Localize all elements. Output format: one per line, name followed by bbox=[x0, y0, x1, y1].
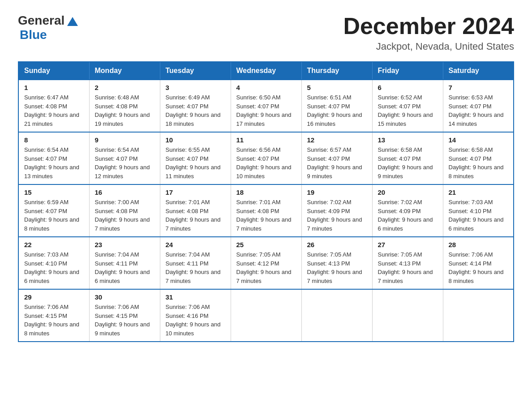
sunrise-label: Sunrise: bbox=[95, 94, 118, 101]
sunset-value: 4:07 PM bbox=[116, 155, 137, 162]
sunrise-value: 7:05 AM bbox=[330, 251, 352, 258]
daylight-label: Daylight: bbox=[236, 111, 261, 118]
weekday-header-saturday: Saturday bbox=[443, 62, 514, 80]
day-number: 7 bbox=[449, 84, 508, 91]
day-number: 29 bbox=[24, 293, 84, 301]
sunset-label: Sunset: bbox=[378, 103, 399, 110]
sunset-label: Sunset: bbox=[95, 260, 116, 267]
sunset-value: 4:13 PM bbox=[399, 260, 420, 267]
day-info: Sunrise: 6:58 AM Sunset: 4:07 PM Dayligh… bbox=[449, 146, 508, 180]
day-number: 21 bbox=[449, 188, 508, 196]
day-info: Sunrise: 7:06 AM Sunset: 4:15 PM Dayligh… bbox=[95, 303, 154, 338]
daylight-label: Daylight: bbox=[236, 164, 261, 171]
sunset-value: 4:07 PM bbox=[46, 208, 67, 214]
sunrise-value: 6:51 AM bbox=[330, 94, 352, 101]
sunrise-value: 6:58 AM bbox=[401, 146, 422, 153]
daylight-label: Daylight: bbox=[166, 321, 190, 328]
sunrise-label: Sunrise: bbox=[166, 146, 189, 153]
logo: General Blue bbox=[18, 13, 78, 42]
sunrise-label: Sunrise: bbox=[378, 146, 401, 153]
sunrise-label: Sunrise: bbox=[236, 146, 259, 153]
sunrise-value: 7:02 AM bbox=[401, 199, 422, 206]
sunrise-label: Sunrise: bbox=[449, 146, 472, 153]
sunset-label: Sunset: bbox=[307, 260, 329, 267]
sunrise-value: 6:52 AM bbox=[401, 94, 422, 101]
sunset-label: Sunset: bbox=[449, 103, 470, 110]
day-number: 3 bbox=[166, 84, 225, 91]
day-info: Sunrise: 7:02 AM Sunset: 4:09 PM Dayligh… bbox=[307, 198, 367, 233]
sunset-value: 4:07 PM bbox=[328, 155, 350, 162]
calendar-day bbox=[301, 289, 372, 342]
weekday-header-friday: Friday bbox=[372, 62, 443, 80]
weekday-header-tuesday: Tuesday bbox=[160, 62, 231, 80]
calendar-body: 1 Sunrise: 6:47 AM Sunset: 4:08 PM Dayli… bbox=[18, 80, 514, 342]
day-info: Sunrise: 6:58 AM Sunset: 4:07 PM Dayligh… bbox=[378, 146, 438, 180]
sunset-label: Sunset: bbox=[449, 155, 470, 162]
day-info: Sunrise: 7:06 AM Sunset: 4:16 PM Dayligh… bbox=[166, 303, 225, 338]
daylight-label: Daylight: bbox=[378, 216, 402, 223]
sunrise-value: 7:05 AM bbox=[259, 251, 281, 258]
sunset-value: 4:07 PM bbox=[328, 103, 350, 110]
calendar-day: 7 Sunrise: 6:53 AM Sunset: 4:07 PM Dayli… bbox=[443, 80, 514, 132]
day-number: 31 bbox=[166, 293, 225, 301]
daylight-label: Daylight: bbox=[24, 321, 48, 328]
sunset-value: 4:16 PM bbox=[187, 313, 208, 319]
calendar-week-1: 1 Sunrise: 6:47 AM Sunset: 4:08 PM Dayli… bbox=[18, 80, 514, 132]
calendar-week-4: 22 Sunrise: 7:03 AM Sunset: 4:10 PM Dayl… bbox=[18, 237, 514, 289]
sunrise-value: 6:59 AM bbox=[47, 199, 69, 206]
day-number: 23 bbox=[95, 241, 154, 248]
calendar-day: 18 Sunrise: 7:01 AM Sunset: 4:08 PM Dayl… bbox=[231, 184, 301, 237]
day-number: 28 bbox=[449, 241, 508, 248]
day-number: 18 bbox=[236, 188, 296, 196]
logo-blue-text: Blue bbox=[20, 28, 47, 42]
calendar-day: 31 Sunrise: 7:06 AM Sunset: 4:16 PM Dayl… bbox=[160, 289, 231, 342]
sunrise-value: 6:54 AM bbox=[118, 146, 139, 153]
sunset-value: 4:07 PM bbox=[187, 103, 208, 110]
sunset-label: Sunset: bbox=[307, 103, 329, 110]
sunset-value: 4:12 PM bbox=[257, 260, 279, 267]
sunrise-label: Sunrise: bbox=[307, 251, 330, 258]
sunrise-value: 7:03 AM bbox=[472, 199, 493, 206]
calendar-day: 27 Sunrise: 7:05 AM Sunset: 4:13 PM Dayl… bbox=[372, 237, 443, 289]
daylight-label: Daylight: bbox=[95, 164, 119, 171]
day-info: Sunrise: 6:50 AM Sunset: 4:07 PM Dayligh… bbox=[236, 93, 296, 128]
weekday-header-thursday: Thursday bbox=[301, 62, 372, 80]
sunset-label: Sunset: bbox=[95, 313, 116, 319]
sunrise-label: Sunrise: bbox=[24, 146, 47, 153]
calendar-week-3: 15 Sunrise: 6:59 AM Sunset: 4:07 PM Dayl… bbox=[18, 184, 514, 237]
sunrise-label: Sunrise: bbox=[24, 199, 47, 206]
day-number: 26 bbox=[307, 241, 367, 248]
sunrise-value: 7:04 AM bbox=[189, 251, 210, 258]
calendar-day: 19 Sunrise: 7:02 AM Sunset: 4:09 PM Dayl… bbox=[301, 184, 372, 237]
sunrise-label: Sunrise: bbox=[307, 146, 330, 153]
sunrise-label: Sunrise: bbox=[449, 199, 472, 206]
sunrise-value: 7:06 AM bbox=[472, 251, 493, 258]
sunrise-label: Sunrise: bbox=[307, 199, 330, 206]
sunrise-label: Sunrise: bbox=[236, 251, 259, 258]
sunset-value: 4:07 PM bbox=[257, 155, 279, 162]
day-info: Sunrise: 7:06 AM Sunset: 4:14 PM Dayligh… bbox=[449, 250, 508, 285]
day-info: Sunrise: 6:52 AM Sunset: 4:07 PM Dayligh… bbox=[378, 93, 438, 128]
day-number: 12 bbox=[307, 136, 367, 144]
sunset-label: Sunset: bbox=[95, 155, 116, 162]
sunrise-value: 7:03 AM bbox=[47, 251, 69, 258]
daylight-label: Daylight: bbox=[378, 164, 402, 171]
day-number: 5 bbox=[307, 84, 367, 91]
sunrise-label: Sunrise: bbox=[236, 199, 259, 206]
day-number: 14 bbox=[449, 136, 508, 144]
sunrise-value: 6:58 AM bbox=[472, 146, 493, 153]
sunrise-value: 6:55 AM bbox=[189, 146, 210, 153]
sunrise-value: 6:50 AM bbox=[259, 94, 281, 101]
day-number: 30 bbox=[95, 293, 154, 301]
sunset-label: Sunset: bbox=[24, 103, 46, 110]
sunset-value: 4:07 PM bbox=[470, 155, 491, 162]
daylight-label: Daylight: bbox=[449, 269, 473, 275]
day-number: 9 bbox=[95, 136, 154, 144]
calendar-day: 3 Sunrise: 6:49 AM Sunset: 4:07 PM Dayli… bbox=[160, 80, 231, 132]
sunset-label: Sunset: bbox=[307, 155, 329, 162]
day-number: 8 bbox=[24, 136, 84, 144]
daylight-label: Daylight: bbox=[236, 216, 261, 223]
day-number: 10 bbox=[166, 136, 225, 144]
sunrise-label: Sunrise: bbox=[378, 94, 401, 101]
sunset-value: 4:08 PM bbox=[187, 208, 208, 214]
